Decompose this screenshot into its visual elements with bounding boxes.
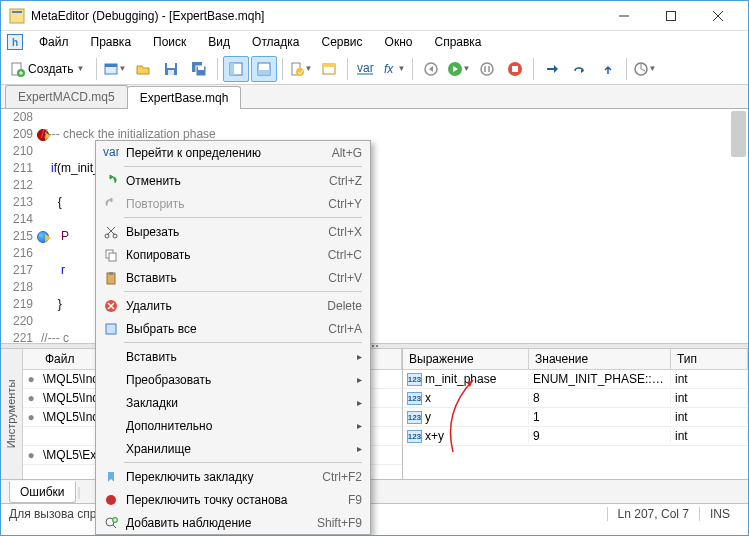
svg-rect-19 — [323, 64, 335, 67]
ctx-redo: ПовторитьCtrl+Y — [96, 192, 370, 215]
tab-expertmacd[interactable]: ExpertMACD.mq5 — [5, 85, 128, 108]
menu-tools[interactable]: Сервис — [311, 33, 372, 51]
btab-errors[interactable]: Ошибки — [9, 481, 76, 503]
svg-rect-15 — [258, 70, 270, 75]
svg-rect-7 — [167, 63, 175, 68]
svg-rect-1 — [666, 11, 675, 20]
ctx-transform-sub[interactable]: Преобразовать — [96, 368, 370, 391]
menu-file[interactable]: Файл — [29, 33, 79, 51]
svg-point-24 — [481, 63, 493, 75]
watch-row[interactable]: 123y1int — [403, 408, 748, 427]
function-icon[interactable]: fx▼ — [381, 56, 407, 82]
menu-window[interactable]: Окно — [375, 33, 423, 51]
svg-rect-8 — [168, 70, 174, 75]
ctx-additional-sub[interactable]: Дополнительно — [96, 414, 370, 437]
context-menu: varПерейти к определениюAlt+G ОтменитьCt… — [95, 140, 371, 535]
ctx-storage-sub[interactable]: Хранилище — [96, 437, 370, 460]
status-help: Для вызова спра — [9, 507, 103, 521]
watch-row[interactable]: 123x+y9int — [403, 427, 748, 446]
ctx-toggle-bookmark[interactable]: Переключить закладкуCtrl+F2 — [96, 465, 370, 488]
app-icon — [9, 8, 25, 24]
ctx-copy[interactable]: КопироватьCtrl+C — [96, 243, 370, 266]
start-debug-icon[interactable]: ▼ — [446, 56, 472, 82]
window-title: MetaEditor (Debugging) - [ExpertBase.mqh… — [31, 9, 601, 23]
maximize-button[interactable] — [648, 2, 693, 30]
saveall-icon[interactable] — [186, 56, 212, 82]
menu-edit[interactable]: Правка — [81, 33, 142, 51]
menu-bar: h Файл Правка Поиск Вид Отладка Сервис О… — [1, 31, 748, 53]
var-icon: 123 — [407, 411, 422, 424]
compile-icon[interactable]: ▼ — [288, 56, 314, 82]
svg-rect-36 — [106, 324, 116, 334]
watch-row[interactable]: 123m_init_phaseENUM_INIT_PHASE::INIT_...… — [403, 370, 748, 389]
navigator-toggle[interactable] — [223, 56, 249, 82]
col-value[interactable]: Значение — [529, 349, 671, 369]
ctx-cut[interactable]: ВырезатьCtrl+X — [96, 220, 370, 243]
step-over-icon[interactable] — [567, 56, 593, 82]
col-type[interactable]: Тип — [671, 349, 748, 369]
scrollbar-thumb[interactable] — [731, 111, 746, 157]
var-icon: 123 — [407, 373, 422, 386]
menu-help[interactable]: Справка — [424, 33, 491, 51]
back-icon[interactable] — [418, 56, 444, 82]
project-icon[interactable]: ▼ — [102, 56, 128, 82]
line-gutter: 2082092102112122132142152162172182192202… — [1, 109, 37, 343]
menu-debug[interactable]: Отладка — [242, 33, 309, 51]
status-position: Ln 207, Col 7 — [607, 507, 699, 521]
status-ins: INS — [699, 507, 740, 521]
watch-row[interactable]: 123x8int — [403, 389, 748, 408]
ctx-toggle-breakpoint[interactable]: Переключить точку остановаF9 — [96, 488, 370, 511]
ctx-add-watch[interactable]: Добавить наблюдениеShift+F9 — [96, 511, 370, 534]
step-out-icon[interactable] — [595, 56, 621, 82]
pause-icon[interactable] — [474, 56, 500, 82]
svg-point-38 — [106, 495, 116, 505]
ctx-insert-sub[interactable]: Вставить — [96, 345, 370, 368]
svg-rect-11 — [198, 66, 204, 70]
ctx-paste[interactable]: ВставитьCtrl+V — [96, 266, 370, 289]
ctx-select-all[interactable]: Выбрать всеCtrl+A — [96, 317, 370, 340]
ctx-goto-definition[interactable]: varПерейти к определениюAlt+G — [96, 141, 370, 164]
svg-rect-32 — [109, 253, 116, 261]
close-button[interactable] — [695, 2, 740, 30]
open-icon[interactable] — [130, 56, 156, 82]
file-tabs: ExpertMACD.mq5 ExpertBase.mqh — [1, 85, 748, 109]
svg-rect-5 — [105, 64, 117, 67]
ctx-bookmarks-sub[interactable]: Закладки — [96, 391, 370, 414]
profile-icon[interactable]: ▼ — [632, 56, 658, 82]
toolbox-toggle[interactable] — [251, 56, 277, 82]
terminal-icon[interactable] — [316, 56, 342, 82]
svg-rect-13 — [230, 63, 234, 75]
var-icon: 123 — [407, 392, 422, 405]
minimize-button[interactable] — [601, 2, 646, 30]
tools-strip[interactable]: Инструменты — [1, 349, 23, 479]
svg-text:fx: fx — [384, 62, 394, 76]
stop-icon[interactable] — [502, 56, 528, 82]
save-icon[interactable] — [158, 56, 184, 82]
var-icon: 123 — [407, 430, 422, 443]
new-label: Создать — [28, 62, 74, 76]
ctx-delete[interactable]: УдалитьDelete — [96, 294, 370, 317]
ctx-undo[interactable]: ОтменитьCtrl+Z — [96, 169, 370, 192]
toolbar: Создать▼ ▼ ▼ var fx▼ ▼ ▼ — [1, 53, 748, 85]
col-expression[interactable]: Выражение — [403, 349, 529, 369]
tab-expertbase[interactable]: ExpertBase.mqh — [127, 86, 242, 109]
var-icon[interactable]: var — [353, 56, 379, 82]
menu-view[interactable]: Вид — [198, 33, 240, 51]
svg-text:var: var — [357, 63, 374, 75]
menu-search[interactable]: Поиск — [143, 33, 196, 51]
svg-point-17 — [296, 68, 304, 76]
help-icon[interactable]: h — [7, 34, 23, 50]
svg-text:var: var — [103, 147, 119, 159]
step-into-icon[interactable] — [539, 56, 565, 82]
new-button[interactable]: Создать▼ — [7, 56, 91, 82]
title-bar: MetaEditor (Debugging) - [ExpertBase.mqh… — [1, 1, 748, 31]
svg-rect-34 — [109, 272, 113, 275]
svg-rect-26 — [512, 66, 518, 72]
